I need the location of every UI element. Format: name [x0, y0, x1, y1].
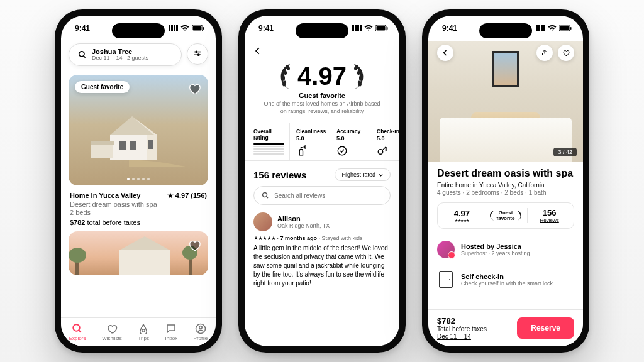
- chat-icon: [165, 323, 177, 334]
- rating-summary-card[interactable]: 4.97 ★★★★★ Guest favorite 156 Re: [437, 202, 574, 229]
- rating-breakdown[interactable]: Overall rating Cleanliness 5.0 Accuracy …: [245, 123, 399, 161]
- host-row[interactable]: Hosted by Jessica Superhost · 2 years ho…: [428, 234, 583, 265]
- laurel-right-icon: [350, 63, 368, 90]
- footer-dates[interactable]: Dec 11 – 14: [437, 333, 487, 340]
- photo-pagination-dots: [127, 178, 150, 180]
- listing-card[interactable]: Guest favorite: [69, 75, 208, 185]
- svg-marker-12: [110, 116, 154, 135]
- checkin-title: Self check-in: [461, 273, 555, 280]
- svg-point-45: [263, 193, 267, 197]
- tab-inbox[interactable]: Inbox: [165, 323, 178, 341]
- review-stars: ★★★★★: [253, 235, 275, 241]
- phone-listing-detail: 9:41 3 / 42: [422, 9, 589, 353]
- tab-wishlists[interactable]: Wishlists: [102, 323, 122, 341]
- wishlist-heart-button[interactable]: [187, 238, 202, 253]
- svg-rect-14: [91, 141, 114, 145]
- bed-illustration: [440, 118, 572, 162]
- search-icon: [78, 50, 87, 59]
- listing-title: Desert dream oasis with spa: [437, 168, 574, 179]
- score-value: 5.0: [377, 135, 399, 141]
- wishlist-button[interactable]: [558, 45, 574, 61]
- score-accuracy: Accuracy 5.0: [330, 123, 370, 160]
- filter-button[interactable]: [187, 43, 208, 65]
- sort-button[interactable]: Highest rated: [335, 168, 391, 181]
- reviewer-avatar[interactable]: [253, 212, 272, 231]
- score-overall: Overall rating: [245, 123, 290, 160]
- svg-point-24: [74, 324, 80, 331]
- chevron-down-icon: [378, 172, 384, 178]
- search-details: Dec 11 – 14 · 2 guests: [92, 55, 148, 62]
- chevron-left-icon: [253, 47, 262, 55]
- listing-specs: 4 guests · 2 bedrooms · 2 beds · 1 bath: [437, 189, 574, 196]
- wishlist-heart-button[interactable]: [187, 81, 202, 96]
- tab-profile[interactable]: Profile: [194, 323, 208, 341]
- svg-line-46: [267, 197, 269, 199]
- reserve-button[interactable]: Reserve: [517, 317, 574, 339]
- svg-point-40: [304, 147, 304, 148]
- guest-favorite-subtitle: One of the most loved homes on Airbnb ba…: [245, 101, 399, 115]
- search-reviews-input[interactable]: Search all reviews: [253, 186, 391, 205]
- host-avatar: [437, 241, 455, 258]
- reviews-count-cell: 156 Reviews: [527, 208, 571, 223]
- listing-card-2[interactable]: [69, 231, 208, 275]
- listing-photo: Guest favorite: [69, 75, 208, 185]
- search-pill[interactable]: Joshua Tree Dec 11 – 14 · 2 guests: [69, 43, 182, 66]
- share-button[interactable]: [536, 45, 553, 61]
- svg-rect-17: [148, 140, 153, 149]
- back-button[interactable]: [437, 45, 453, 61]
- svg-rect-13: [91, 145, 113, 158]
- dynamic-island: [479, 23, 532, 38]
- house-illustration: [91, 110, 186, 167]
- tab-trips[interactable]: Trips: [138, 323, 149, 341]
- heart-icon: [562, 49, 570, 57]
- svg-point-41: [305, 148, 306, 148]
- svg-line-25: [79, 330, 82, 332]
- svg-rect-1: [193, 26, 202, 31]
- listing-hero-photo[interactable]: 3 / 42: [428, 41, 583, 162]
- svg-rect-30: [377, 26, 386, 31]
- battery-icon: [375, 25, 388, 31]
- reviews-label: Reviews: [528, 217, 571, 223]
- gf-label: Guest: [497, 210, 515, 216]
- score-label: Check-in: [377, 128, 399, 134]
- tab-label: Inbox: [165, 336, 178, 341]
- svg-rect-49: [570, 27, 572, 30]
- svg-rect-48: [560, 26, 569, 31]
- listing-subtitle: Desert dream oasis with spa: [70, 200, 207, 208]
- profile-icon: [195, 323, 206, 334]
- listing-rating: ★ 4.97 (156): [167, 192, 207, 200]
- dynamic-island: [296, 23, 348, 38]
- door-icon: [439, 272, 453, 288]
- tab-explore[interactable]: Explore: [69, 323, 86, 341]
- laurel-left-icon: [489, 211, 495, 221]
- tab-label: Wishlists: [102, 336, 122, 341]
- score-label: Accuracy: [336, 128, 365, 134]
- svg-point-8: [198, 54, 199, 55]
- gf-label: favorite: [497, 216, 515, 221]
- search-icon: [72, 323, 83, 334]
- score-value: 5.0: [296, 135, 325, 141]
- tab-bar: Explore Wishlists Trips Inbox Profile: [61, 317, 216, 346]
- listing-title: Home in Yucca Valley: [70, 192, 140, 200]
- rating-value: 4.97: [440, 209, 484, 218]
- tab-label: Explore: [69, 336, 86, 341]
- airbnb-icon: [138, 323, 149, 334]
- footer-price: $782: [437, 316, 455, 326]
- filter-icon: [193, 50, 202, 58]
- listing-photo-2: [69, 231, 208, 275]
- wifi-icon: [548, 25, 557, 31]
- svg-line-4: [84, 56, 86, 58]
- svg-rect-16: [130, 141, 136, 150]
- reserve-footer: $782 Total before taxes Dec 11 – 14 Rese…: [428, 309, 583, 346]
- heart-icon: [187, 82, 201, 96]
- review-text: A little gem in the middle of the desert…: [253, 244, 391, 288]
- back-button[interactable]: [253, 43, 269, 58]
- svg-rect-15: [119, 141, 126, 150]
- tab-label: Profile: [194, 336, 208, 341]
- score-cleanliness: Cleanliness 5.0: [290, 123, 330, 160]
- svg-rect-31: [387, 27, 388, 30]
- guest-favorite-title: Guest favorite: [245, 92, 399, 99]
- key-icon: [377, 145, 388, 156]
- overall-rating: 4.97: [245, 62, 399, 90]
- laurel-left-icon: [276, 63, 294, 90]
